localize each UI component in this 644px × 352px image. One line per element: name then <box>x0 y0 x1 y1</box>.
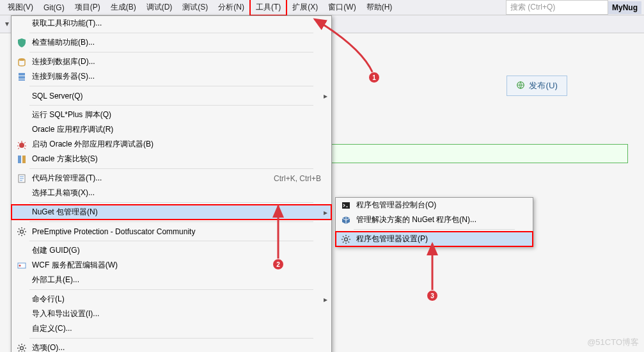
server-icon <box>14 72 29 82</box>
menu-item[interactable]: 运行 SQL*Plus 脚本(Q) <box>12 108 331 122</box>
svg-rect-5 <box>19 76 25 79</box>
tools-dropdown: 获取工具和功能(T)...检查辅助功能(B)...连接到数据库(D)...连接到… <box>11 15 332 352</box>
menu-item[interactable]: 连接到服务器(S)... <box>12 69 331 84</box>
menu-git[interactable]: Git(G) <box>38 1 70 14</box>
menu-item-label: Oracle 方案比较(S) <box>29 154 326 164</box>
menu-item[interactable]: 自定义(C)... <box>12 321 331 336</box>
console-icon <box>338 200 354 211</box>
menu-item[interactable]: 选择工具箱项(X)... <box>12 186 331 200</box>
wcf-icon <box>14 260 29 271</box>
chevron-right-icon: ▸ <box>324 92 327 100</box>
compare-icon <box>14 154 29 164</box>
menu-item[interactable]: 外部工具(E)... <box>12 273 331 287</box>
pkg-icon <box>338 215 354 225</box>
menu-调试[interactable]: 调试(D) <box>141 0 178 15</box>
svg-point-7 <box>19 143 24 148</box>
separator <box>29 168 313 169</box>
menu-item[interactable]: Oracle 方案比较(S) <box>12 152 331 166</box>
menu-分析[interactable]: 分析(N) <box>213 0 249 15</box>
annotation-badge-2: 2 <box>272 259 284 270</box>
svg-rect-9 <box>22 156 26 163</box>
svg-point-13 <box>19 264 21 266</box>
gear-icon <box>14 343 29 353</box>
svg-rect-6 <box>19 79 25 81</box>
menu-窗口[interactable]: 窗口(W) <box>323 0 361 15</box>
menu-item[interactable]: 选项(O)... <box>12 340 331 352</box>
menu-item-label: SQL Server(Q) <box>29 92 326 100</box>
chevron-right-icon: ▸ <box>324 295 327 304</box>
menu-item[interactable]: 获取工具和功能(T)... <box>12 16 331 31</box>
separator <box>29 86 313 86</box>
menu-视图[interactable]: 视图(V) <box>3 0 38 15</box>
watermark: @51CTO博客 <box>587 337 639 348</box>
separator <box>29 52 313 52</box>
menu-item[interactable]: 连接到数据库(D)... <box>12 54 331 69</box>
shield-icon <box>14 38 29 48</box>
svg-rect-15 <box>342 202 350 209</box>
db-icon <box>14 57 29 67</box>
separator <box>29 33 313 33</box>
search-input[interactable]: 搜索 (Ctrl+Q) <box>506 0 608 15</box>
menu-item[interactable]: 命令行(L)▸ <box>12 292 331 307</box>
svg-point-16 <box>345 237 348 241</box>
menu-工具[interactable]: 工具(T) <box>249 0 287 16</box>
globe-icon <box>516 81 525 92</box>
menu-item-label: 检查辅助功能(B)... <box>29 37 326 48</box>
menu-item-label: 运行 SQL*Plus 脚本(Q) <box>29 109 326 120</box>
svg-rect-8 <box>18 156 21 163</box>
menu-item[interactable]: 检查辅助功能(B)... <box>12 35 331 50</box>
menu-帮助[interactable]: 帮助(H) <box>361 0 398 15</box>
svg-rect-4 <box>19 73 25 76</box>
svg-point-11 <box>20 230 24 233</box>
menu-测试[interactable]: 测试(S) <box>177 0 213 15</box>
bug-icon <box>14 140 29 150</box>
menu-item-label: 选择工具箱项(X)... <box>29 188 326 198</box>
menu-item-label: 外部工具(E)... <box>29 275 326 285</box>
menu-item[interactable]: 导入和导出设置(I)... <box>12 307 331 321</box>
gear-icon <box>338 234 354 244</box>
separator <box>354 229 515 230</box>
menu-item[interactable]: 启动 Oracle 外部应用程序调试器(B) <box>12 137 331 152</box>
menu-item-label: 选项(O)... <box>29 342 326 352</box>
menu-item-label: 代码片段管理器(T)... <box>29 173 274 184</box>
project-label: MyNug <box>608 1 641 14</box>
separator <box>29 105 313 106</box>
menu-item-label: 自定义(C)... <box>29 323 326 334</box>
menu-item[interactable]: 代码片段管理器(T)...Ctrl+K, Ctrl+B <box>12 171 331 186</box>
annotation-badge-3: 3 <box>427 290 438 301</box>
shortcut-label: Ctrl+K, Ctrl+B <box>274 174 326 183</box>
menu-项目[interactable]: 项目(P) <box>70 0 106 15</box>
menu-item[interactable]: Oracle 应用程序调试(R) <box>12 122 331 137</box>
menu-item-label: 命令行(L) <box>29 294 326 305</box>
menu-扩展[interactable]: 扩展(X) <box>287 0 323 15</box>
menu-item-label: 启动 Oracle 外部应用程序调试器(B) <box>29 139 326 150</box>
menu-item-label: 获取工具和功能(T)... <box>29 18 326 29</box>
separator <box>29 338 313 339</box>
separator <box>29 289 313 290</box>
annotation-badge-1: 1 <box>368 72 380 83</box>
menu-item-label: 连接到数据库(D)... <box>29 56 326 67</box>
menu-item-label: 连接到服务器(S)... <box>29 71 326 82</box>
publish-label: 发布(U) <box>529 80 558 92</box>
publish-button[interactable]: 发布(U) <box>507 76 567 96</box>
menu-item-label: Oracle 应用程序调试(R) <box>29 124 326 135</box>
menu-生成[interactable]: 生成(B) <box>106 0 141 15</box>
svg-point-3 <box>19 58 25 61</box>
menu-item-label: 导入和导出设置(I)... <box>29 308 326 319</box>
menu-item[interactable]: SQL Server(Q)▸ <box>12 88 331 103</box>
menu-item-label: 管理解决方案的 NuGet 程序包(N)... <box>354 214 528 225</box>
menu-item[interactable]: 程序包管理器控制台(O) <box>336 198 533 212</box>
snippet-icon <box>14 173 29 184</box>
gear-icon <box>14 227 29 237</box>
chevron-right-icon: ▸ <box>324 208 327 217</box>
svg-point-14 <box>20 346 24 349</box>
menu-item-label: 程序包管理器控制台(O) <box>354 200 528 211</box>
menu-item[interactable]: 管理解决方案的 NuGet 程序包(N)... <box>336 212 533 227</box>
menubar: 视图(V)Git(G)项目(P)生成(B)调试(D)测试(S)分析(N)工具(T… <box>0 0 644 15</box>
